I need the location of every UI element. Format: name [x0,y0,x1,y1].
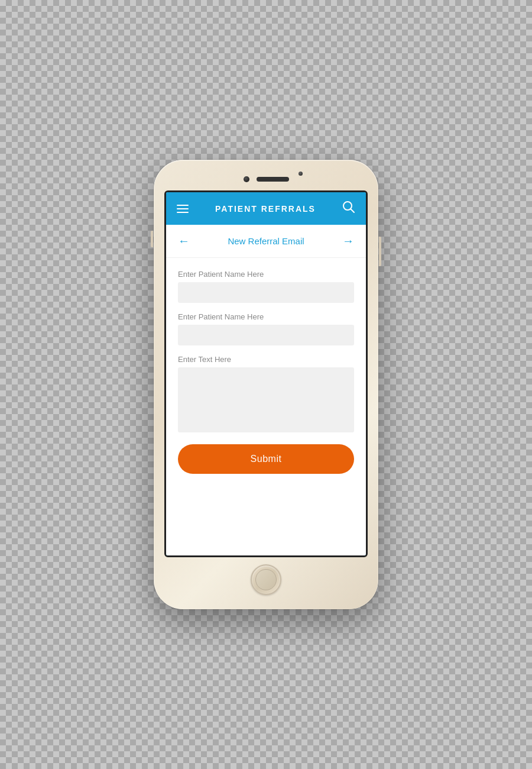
svg-line-1 [351,209,354,213]
phone-screen: PATIENT REFRRALS ← New Referral Email → [166,192,366,555]
app-title: PATIENT REFRRALS [215,204,316,214]
hamburger-line-1 [177,205,189,206]
forward-arrow-button[interactable]: → [342,234,354,248]
sub-header-title: New Referral Email [228,236,304,246]
phone-shell: PATIENT REFRRALS ← New Referral Email → [154,160,378,609]
patient-name-label-2: Enter Patient Name Here [178,312,354,321]
patient-name-label-1: Enter Patient Name Here [178,270,354,279]
hamburger-menu-button[interactable] [177,205,189,213]
sub-header: ← New Referral Email → [166,225,366,258]
form-content: Enter Patient Name Here Enter Patient Na… [166,258,366,486]
patient-name-input-2[interactable] [178,325,354,345]
app-content: ← New Referral Email → Enter Patient Nam… [166,225,366,555]
patient-name-input-1[interactable] [178,282,354,303]
phone-bottom [164,560,368,600]
phone-top [164,170,368,188]
phone-screen-wrapper: PATIENT REFRRALS ← New Referral Email → [164,190,368,557]
hamburger-line-3 [177,212,189,213]
text-group: Enter Text Here [178,355,354,432]
speaker [257,177,289,182]
home-button[interactable] [251,564,281,595]
text-label: Enter Text Here [178,355,354,364]
home-button-inner [255,569,277,590]
submit-button[interactable]: Submit [178,444,354,474]
patient-name-group-1: Enter Patient Name Here [178,270,354,303]
search-icon[interactable] [342,201,355,217]
patient-name-group-2: Enter Patient Name Here [178,312,354,345]
hamburger-line-2 [177,208,189,209]
camera [244,176,249,182]
back-arrow-button[interactable]: ← [178,234,190,248]
front-camera [299,172,303,176]
app-header: PATIENT REFRRALS [166,192,366,225]
text-textarea[interactable] [178,367,354,432]
